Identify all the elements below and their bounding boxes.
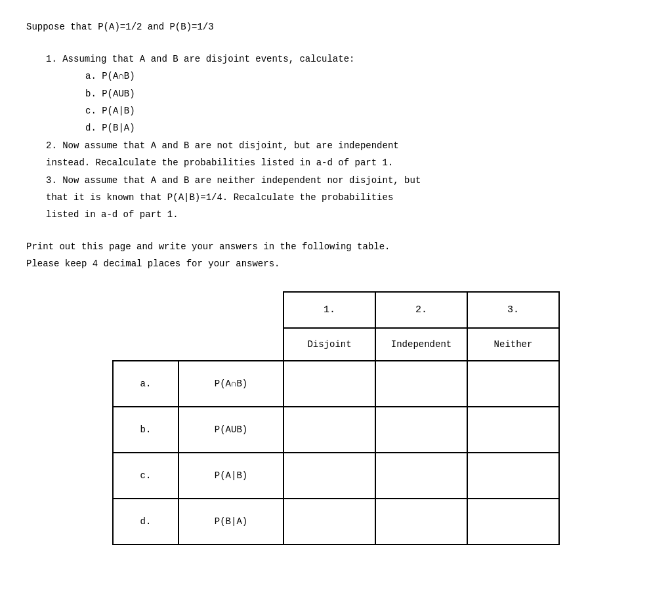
- row-d-col3-answer[interactable]: [467, 499, 559, 544]
- answer-table-section: 1. 2. 3. Disjoint Independent Neither a.…: [26, 291, 646, 545]
- row-c-label: c.: [113, 453, 178, 499]
- col3-label: Neither: [467, 328, 559, 361]
- problem-text: Suppose that P(A)=1/2 and P(B)=1/3 1. As…: [26, 20, 646, 272]
- answer-table: 1. 2. 3. Disjoint Independent Neither a.…: [112, 291, 560, 545]
- row-d-col1-answer[interactable]: [284, 499, 375, 544]
- row-d-label: d.: [113, 499, 178, 544]
- row-c-col2-answer[interactable]: [375, 453, 467, 499]
- row-d-formula: P(B|A): [178, 499, 284, 544]
- intro-line: Suppose that P(A)=1/2 and P(B)=1/3: [26, 20, 646, 34]
- row-c-formula: P(A|B): [178, 453, 284, 499]
- row-a-formula: P(A∩B): [178, 361, 284, 407]
- sub-a: a. P(A∩B): [85, 69, 646, 83]
- row-a-col1-answer[interactable]: [284, 361, 375, 407]
- problem2-line1: 2. Now assume that A and B are not disjo…: [46, 138, 646, 153]
- col2-label: Independent: [375, 328, 467, 361]
- table-row-c: c. P(A|B): [113, 453, 559, 499]
- problem3-line3: listed in a-d of part 1.: [46, 207, 646, 222]
- row-a-col2-answer[interactable]: [375, 361, 467, 407]
- row-b-col2-answer[interactable]: [375, 407, 467, 453]
- print-line2: Please keep 4 decimal places for your an…: [26, 257, 646, 271]
- sub-b: b. P(AUB): [85, 87, 646, 101]
- table-row-d: d. P(B|A): [113, 499, 559, 544]
- row-b-col3-answer[interactable]: [467, 407, 559, 453]
- col1-number: 1.: [284, 292, 375, 328]
- col2-number: 2.: [375, 292, 467, 328]
- sub-c: c. P(A|B): [85, 104, 646, 118]
- row-b-col1-answer[interactable]: [284, 407, 375, 453]
- row-b-formula: P(AUB): [178, 407, 284, 453]
- header-row-numbers: 1. 2. 3.: [113, 292, 559, 328]
- print-line1: Print out this page and write your answe…: [26, 239, 646, 254]
- empty-corner-top: [113, 292, 284, 328]
- empty-corner-bottom: [113, 328, 284, 361]
- row-a-label: a.: [113, 361, 178, 407]
- table-row-a: a. P(A∩B): [113, 361, 559, 407]
- row-a-col3-answer[interactable]: [467, 361, 559, 407]
- row-c-col3-answer[interactable]: [467, 453, 559, 499]
- problem2-line2: instead. Recalculate the probabilities l…: [46, 155, 646, 170]
- table-row-b: b. P(AUB): [113, 407, 559, 453]
- problem3-line1: 3. Now assume that A and B are neither i…: [46, 173, 646, 188]
- header-row-labels: Disjoint Independent Neither: [113, 328, 559, 361]
- col3-number: 3.: [467, 292, 559, 328]
- col1-label: Disjoint: [284, 328, 375, 361]
- problem3-line2: that it is known that P(A|B)=1/4. Recalc…: [46, 190, 646, 205]
- problem1-intro: 1. Assuming that A and B are disjoint ev…: [46, 52, 646, 66]
- row-b-label: b.: [113, 407, 178, 453]
- sub-d: d. P(B|A): [85, 121, 646, 135]
- row-d-col2-answer[interactable]: [375, 499, 467, 544]
- row-c-col1-answer[interactable]: [284, 453, 375, 499]
